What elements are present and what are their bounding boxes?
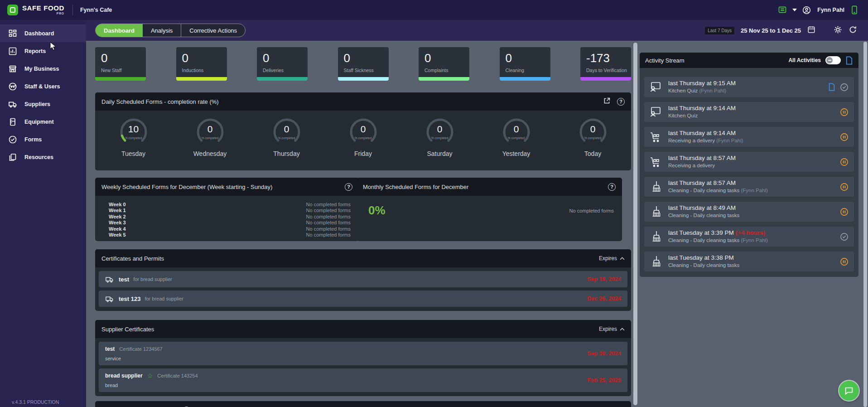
certificate-expiry-date: Dec 26, 2024 [587, 296, 621, 302]
weekly-forms-title: Weekly Scheduled Forms for December (Wee… [101, 184, 272, 190]
view-tab[interactable]: Dashboard [96, 24, 143, 37]
activity-status-icon[interactable] [840, 108, 849, 116]
daily-gauge[interactable]: 0 % completed Thursday [260, 116, 314, 157]
sidebar-item[interactable]: My Business [0, 60, 86, 78]
all-activities-toggle[interactable] [825, 56, 841, 64]
report-document-icon[interactable] [845, 56, 853, 65]
sidebar-item[interactable]: Resources [0, 148, 86, 166]
sidebar-item[interactable]: Dashboard [0, 24, 86, 42]
content-scrollbar[interactable] [633, 43, 637, 405]
activity-item[interactable]: last Thursday at 8:49 AM Cleaning - Dail… [644, 202, 854, 222]
activity-overdue: (+4 hours) [736, 229, 766, 236]
activity-status-icon[interactable] [840, 133, 849, 141]
sidebar-item-label: Resources [24, 154, 53, 160]
view-tab[interactable]: Analysis [143, 24, 181, 37]
sidebar-item[interactable]: Equipment [0, 113, 86, 131]
tab-label: Analysis [151, 27, 173, 34]
activity-time: last Thursday at 9:14 AM [668, 105, 736, 111]
stat-value: 0 [338, 47, 389, 65]
stat-card[interactable]: 0 Cleaning [500, 47, 550, 81]
activity-item[interactable]: last Thursday at 8:57 AM Receiving a del… [644, 152, 854, 172]
activity-title: Cleaning - Daily cleaning tasks [668, 262, 739, 268]
help-icon[interactable]: ? [345, 183, 352, 191]
activity-type-icon [649, 180, 663, 194]
chat-support-button[interactable] [839, 381, 859, 401]
stat-card[interactable]: 0 Staff Sickness [338, 47, 389, 81]
activity-item[interactable]: last Tuesday at 3:38 PM Cleaning - Daily… [644, 252, 854, 271]
help-icon[interactable]: ? [617, 98, 625, 106]
chevron-down-icon[interactable] [792, 9, 797, 11]
activity-item[interactable]: last Thursday at 9:15 AM Kitchen Quiz (F… [644, 77, 854, 97]
activity-status-icon[interactable] [840, 183, 849, 191]
activity-status-icon[interactable] [840, 208, 849, 216]
daily-gauge[interactable]: 0 % completed Friday [336, 116, 391, 157]
certificate-number: Certificate 143254 [157, 373, 198, 378]
activity-item[interactable]: last Thursday at 9:14 AM Kitchen Quiz [644, 102, 854, 122]
date-range-text[interactable]: 25 Nov 25 to 1 Dec 25 [741, 27, 801, 34]
stat-card[interactable]: 0 Complaints [419, 47, 469, 81]
activity-type-icon [649, 130, 663, 144]
stat-card[interactable]: 0 Inductions [176, 47, 227, 81]
daily-gauge[interactable]: 0 % completed Saturday [413, 116, 467, 157]
daily-gauge[interactable]: 0 % completed Wednesday [183, 116, 237, 157]
window-scrollbar[interactable] [863, 42, 867, 407]
calendar-icon[interactable] [807, 25, 815, 35]
activity-status-icon[interactable] [840, 257, 849, 266]
app-version: v.4.3.1 PRODUCTION [12, 399, 59, 405]
stat-color-bar [500, 77, 550, 81]
supplier-certificates-panel: Supplier Certificates Expires test Certi… [95, 320, 631, 396]
open-external-icon[interactable] [603, 97, 611, 107]
stat-card[interactable]: -173 Days to Verification [580, 47, 631, 81]
document-icon[interactable] [828, 83, 835, 91]
expires-sort[interactable]: Expires [599, 255, 625, 262]
daily-gauge[interactable]: 10 % completed Tuesday [106, 116, 161, 157]
view-tab[interactable]: Corrective Actions [181, 24, 245, 37]
help-icon[interactable]: ? [608, 183, 616, 191]
sidebar-item[interactable]: Forms [0, 131, 86, 148]
user-name[interactable]: Fynn Pahl [817, 7, 844, 13]
expires-sort[interactable]: Expires [599, 326, 625, 332]
activity-status-icon[interactable] [840, 233, 849, 241]
activity-item[interactable]: last Tuesday at 3:39 PM (+4 hours) Clean… [644, 227, 854, 247]
week-label: Week 1 [109, 208, 126, 213]
gauge-day-label: Thursday [273, 150, 299, 157]
brand-logo[interactable]: SAFE FOOD PRO [0, 5, 64, 15]
certificate-row[interactable]: test 123 for bread supplier Dec 26, 2024 [99, 291, 627, 307]
activity-item[interactable]: last Thursday at 9:14 AM Receiving a del… [644, 127, 854, 147]
week-status: No completed forms [306, 202, 351, 208]
messages-icon[interactable] [778, 5, 787, 15]
refresh-icon[interactable] [849, 25, 857, 36]
supplier-name: test [105, 346, 115, 352]
activity-stream-title: Activity Stream [645, 57, 685, 64]
week-row: Week 3 No completed forms [109, 220, 351, 226]
sidebar-item-icon [8, 100, 17, 109]
user-avatar-icon[interactable] [802, 6, 811, 15]
activity-status-icon[interactable] [840, 83, 849, 92]
supplier-certificate-row[interactable]: bread supplier ☆ Certificate 143254 brea… [99, 368, 627, 392]
settings-gear-icon[interactable] [834, 25, 842, 36]
stat-card[interactable]: 0 Deliveries [257, 47, 308, 81]
tab-label: Dashboard [104, 27, 135, 34]
stat-value: 0 [257, 47, 308, 65]
daily-gauge[interactable]: 0 % completed Yesterday [489, 116, 544, 157]
activity-user: (Fynn Pahl) [716, 138, 743, 143]
activity-status-icon[interactable] [840, 158, 849, 166]
monthly-forms-panel: Monthly Scheduled Forms for December ? 0… [357, 178, 622, 241]
sidebar-item[interactable]: Staff & Users [0, 78, 86, 95]
monthly-percent: 0% [368, 204, 386, 218]
supplier-certificates-title: Supplier Certificates [101, 326, 154, 333]
supplier-certificate-row[interactable]: test Certificate 1234567 service Sep 30,… [99, 342, 627, 365]
mobile-device-icon[interactable] [851, 5, 858, 15]
certificate-row[interactable]: test for bread supplier Sep 19, 2024 [99, 271, 627, 287]
daily-forms-panel: Daily Scheduled Forms - completion rate … [95, 92, 631, 170]
activity-user: (Fynn Pahl) [699, 88, 726, 93]
sidebar-item[interactable]: Suppliers [0, 95, 86, 113]
stat-color-bar [257, 77, 308, 81]
daily-gauge[interactable]: 0 % completed Today [566, 116, 620, 157]
stat-card[interactable]: 0 New Staff [95, 47, 146, 81]
activity-type-icon [649, 205, 663, 218]
sidebar-item[interactable]: Reports [0, 42, 86, 60]
activity-item[interactable]: last Thursday at 8:57 AM Cleaning - Dail… [644, 177, 854, 197]
sidebar-item-label: Forms [24, 136, 42, 143]
activity-type-icon [649, 255, 663, 268]
